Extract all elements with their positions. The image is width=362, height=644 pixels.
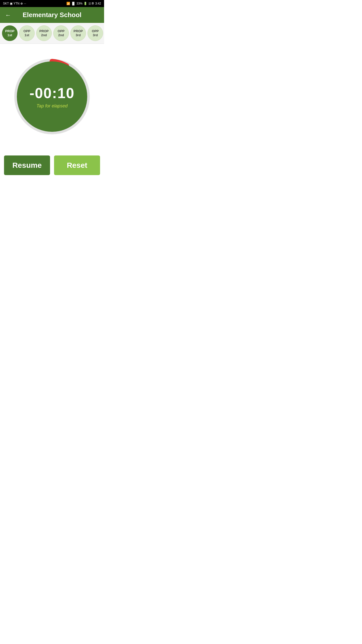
timer-outer-ring: -00:10 Tap for elapsed	[14, 59, 90, 134]
reset-button[interactable]: Reset	[54, 155, 100, 175]
bottom-buttons: Resume Reset	[0, 150, 104, 185]
status-icons: ▣ YTN ⊕ ···	[10, 2, 26, 5]
tab-item-opp2nd[interactable]: OPP 2nd	[53, 25, 69, 41]
status-right: 📶 ▐▌ 33% 🔋 오후 3:42	[66, 2, 101, 6]
battery-icon: 🔋	[83, 2, 87, 5]
timer-circle[interactable]: -00:10 Tap for elapsed	[17, 61, 87, 132]
tab-item-opp1st[interactable]: OPP 1st	[19, 25, 35, 41]
page-title: Elementary School	[15, 11, 89, 19]
tab-item-prop1st[interactable]: PROP 1st	[2, 25, 18, 41]
app-container: SKT ▣ YTN ⊕ ··· 📶 ▐▌ 33% 🔋 오후 3:42 ← Ele…	[0, 0, 104, 185]
content-area: -00:10 Tap for elapsed Resume Reset	[0, 44, 104, 185]
tab-item-prop2nd[interactable]: PROP 2nd	[36, 25, 52, 41]
status-left: SKT ▣ YTN ⊕ ···	[3, 2, 26, 5]
carrier-label: SKT	[3, 2, 9, 5]
battery-label: 33%	[76, 2, 82, 5]
status-bar: SKT ▣ YTN ⊕ ··· 📶 ▐▌ 33% 🔋 오후 3:42	[0, 0, 104, 7]
timer-tap-label: Tap for elapsed	[36, 103, 67, 109]
wifi-icon: 📶	[66, 2, 70, 5]
time-label: 오후 3:42	[88, 2, 101, 6]
timer-area: -00:10 Tap for elapsed	[0, 44, 104, 144]
timer-display: -00:10	[29, 85, 75, 101]
signal-icon: ▐▌	[71, 2, 75, 5]
middle-spacer	[0, 144, 104, 150]
tab-row: PROP 1stOPP 1stPROP 2ndOPP 2ndPROP 3rdOP…	[0, 23, 104, 44]
resume-button[interactable]: Resume	[4, 155, 50, 175]
app-header: ← Elementary School	[0, 7, 104, 23]
tab-item-opp3rd[interactable]: OPP 3rd	[87, 25, 103, 41]
back-button[interactable]: ←	[5, 12, 11, 19]
tab-item-prop3rd[interactable]: PROP 3rd	[70, 25, 86, 41]
